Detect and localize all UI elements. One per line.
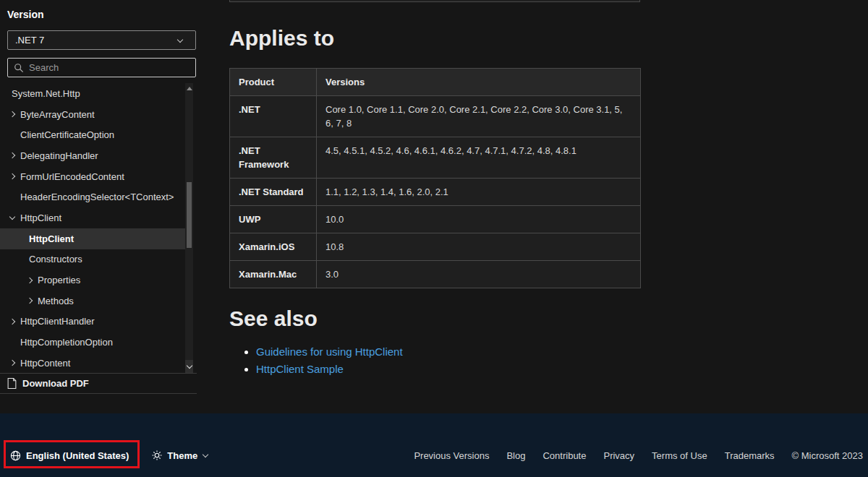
privacy-link[interactable]: Privacy <box>603 450 634 461</box>
scroll-up-icon[interactable] <box>187 87 192 90</box>
product-cell: Xamarin.iOS <box>230 233 317 261</box>
tree-scrollbar[interactable] <box>185 83 193 373</box>
sidebar-item-properties[interactable]: Properties <box>0 270 185 291</box>
versions-cell: 1.1, 1.2, 1.3, 1.4, 1.6, 2.0, 2.1 <box>317 179 641 206</box>
chevron-right-icon <box>10 174 20 179</box>
sun-icon <box>152 450 162 460</box>
sidebar: Version .NET 7 System.Net.Http ByteArray… <box>0 0 203 405</box>
scrollbar-thumb[interactable] <box>187 182 192 248</box>
theme-label: Theme <box>167 450 197 461</box>
product-cell: Xamarin.Mac <box>230 261 317 288</box>
list-item: HttpClient Sample <box>256 363 403 375</box>
list-item: Guidelines for using HttpClient <box>256 345 403 358</box>
language-selector[interactable]: English (United States) <box>10 450 129 461</box>
table-row: Xamarin.Mac 3.0 <box>230 261 641 288</box>
globe-icon <box>10 450 21 461</box>
httpclient-sample-link[interactable]: HttpClient Sample <box>256 363 344 375</box>
sidebar-item-formurlencodedcontent[interactable]: FormUrlEncodedContent <box>0 166 185 187</box>
see-also-list: Guidelines for using HttpClient HttpClie… <box>229 345 403 380</box>
table-row: UWP 10.0 <box>230 206 641 233</box>
applies-to-table: Product Versions .NET Core 1.0, Core 1.1… <box>229 68 641 288</box>
versions-cell: 3.0 <box>317 261 641 288</box>
table-header-row: Product Versions <box>230 69 641 96</box>
api-tree: System.Net.Http ByteArrayContent ClientC… <box>0 83 185 373</box>
search-icon <box>14 63 24 73</box>
sidebar-item-clientcertificateoption[interactable]: ClientCertificateOption <box>0 124 185 145</box>
copyright-text: © Microsoft 2023 <box>792 450 863 461</box>
sidebar-item-httpcontent[interactable]: HttpContent <box>0 353 185 373</box>
versions-cell: 10.8 <box>317 233 641 261</box>
scroll-down-icon[interactable] <box>185 360 193 373</box>
chevron-down-icon <box>203 454 208 457</box>
table-row: .NET Standard 1.1, 1.2, 1.3, 1.4, 1.6, 2… <box>230 179 641 206</box>
cutoff-element-above <box>229 0 640 2</box>
chevron-right-icon <box>10 153 20 158</box>
column-header-versions: Versions <box>317 69 641 96</box>
contribute-link[interactable]: Contribute <box>542 450 586 461</box>
product-cell: .NET Standard <box>230 179 317 206</box>
sidebar-item-constructors[interactable]: Constructors <box>0 249 185 270</box>
sidebar-item-methods[interactable]: Methods <box>0 291 185 311</box>
column-header-product: Product <box>230 69 317 96</box>
download-pdf-button[interactable]: Download PDF <box>0 373 197 394</box>
product-cell: .NET Framework <box>230 137 317 179</box>
blog-link[interactable]: Blog <box>506 450 525 461</box>
version-dropdown-value: .NET 7 <box>15 35 44 46</box>
pdf-document-icon <box>7 378 17 389</box>
sidebar-item-delegatinghandler[interactable]: DelegatingHandler <box>0 145 185 166</box>
sidebar-item-bytearraycontent[interactable]: ByteArrayContent <box>0 104 185 125</box>
chevron-right-icon <box>10 361 20 365</box>
chevron-right-icon <box>10 319 20 324</box>
product-cell: .NET <box>230 96 317 137</box>
versions-cell: Core 1.0, Core 1.1, Core 2.0, Core 2.1, … <box>317 96 641 137</box>
sidebar-item-headerencodingselector[interactable]: HeaderEncodingSelector<TContext> <box>0 186 185 207</box>
version-dropdown[interactable]: .NET 7 <box>7 30 196 50</box>
sidebar-item-system-net-http[interactable]: System.Net.Http <box>0 83 185 104</box>
chevron-right-icon <box>27 278 38 283</box>
language-label: English (United States) <box>26 450 129 461</box>
sidebar-item-httpclienthandler[interactable]: HttpClientHandler <box>0 311 185 332</box>
versions-cell: 10.0 <box>317 206 641 233</box>
guidelines-link[interactable]: Guidelines for using HttpClient <box>256 345 403 358</box>
chevron-down-icon <box>10 216 20 219</box>
trademarks-link[interactable]: Trademarks <box>725 450 775 461</box>
sidebar-item-httpclient-overview[interactable]: HttpClient <box>0 228 185 249</box>
search-box <box>7 58 196 77</box>
version-label: Version <box>7 9 44 20</box>
product-cell: UWP <box>230 206 317 233</box>
theme-selector[interactable]: Theme <box>152 450 208 461</box>
chevron-right-icon <box>10 112 20 116</box>
see-also-heading: See also <box>229 306 318 331</box>
terms-of-use-link[interactable]: Terms of Use <box>652 450 707 461</box>
table-row: Xamarin.iOS 10.8 <box>230 233 641 261</box>
table-row: .NET Framework 4.5, 4.5.1, 4.5.2, 4.6, 4… <box>230 137 641 179</box>
chevron-down-icon <box>178 39 188 42</box>
sidebar-item-httpclient[interactable]: HttpClient <box>0 207 185 228</box>
search-input[interactable] <box>29 62 190 73</box>
footer: English (United States) Theme Previous V… <box>0 413 868 477</box>
footer-links: Previous Versions Blog Contribute Privac… <box>414 450 863 461</box>
versions-cell: 4.5, 4.5.1, 4.5.2, 4.6, 4.6.1, 4.6.2, 4.… <box>317 137 641 179</box>
chevron-right-icon <box>27 298 38 303</box>
applies-to-heading: Applies to <box>229 26 334 51</box>
table-row: .NET Core 1.0, Core 1.1, Core 2.0, Core … <box>230 96 641 137</box>
previous-versions-link[interactable]: Previous Versions <box>414 450 489 461</box>
footer-row: English (United States) Theme Previous V… <box>0 441 868 470</box>
sidebar-item-httpcompletionoption[interactable]: HttpCompletionOption <box>0 332 185 353</box>
main-content: Applies to Product Versions .NET Core 1.… <box>229 0 640 408</box>
